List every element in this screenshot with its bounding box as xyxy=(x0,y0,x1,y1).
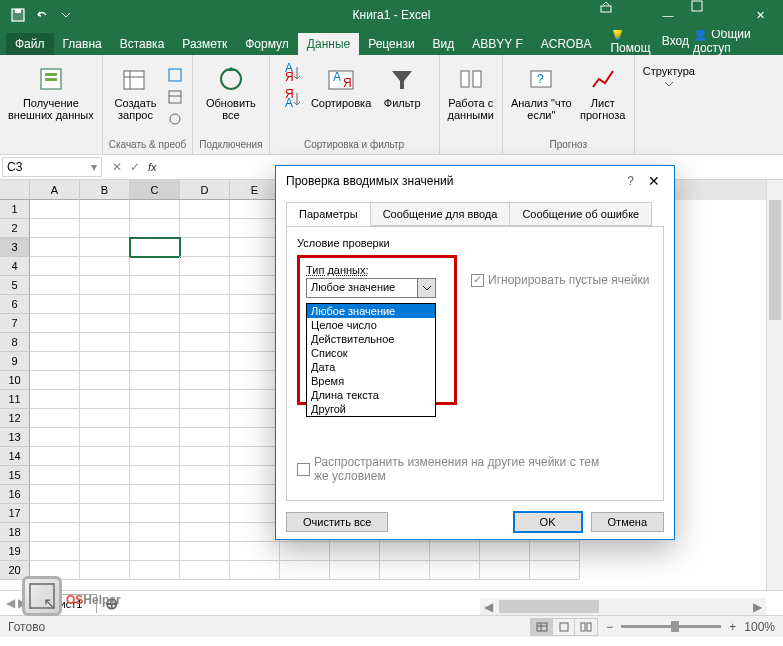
cell[interactable] xyxy=(230,504,280,523)
zoom-level[interactable]: 100% xyxy=(744,620,775,634)
cell[interactable] xyxy=(130,257,180,276)
refresh-all-button[interactable]: Обновить все xyxy=(204,61,258,123)
cell[interactable] xyxy=(80,447,130,466)
minimize-icon[interactable]: — xyxy=(645,0,691,30)
dropdown-item[interactable]: Другой xyxy=(307,402,435,416)
filter-button[interactable]: Фильтр xyxy=(377,61,427,111)
sort-desc-icon[interactable]: ЯА xyxy=(281,87,305,111)
cell[interactable] xyxy=(230,257,280,276)
cell[interactable] xyxy=(80,409,130,428)
cell[interactable] xyxy=(230,200,280,219)
cell[interactable] xyxy=(30,200,80,219)
dialog-close-icon[interactable]: ✕ xyxy=(644,173,664,189)
row-header[interactable]: 1 xyxy=(0,200,30,219)
row-header[interactable]: 18 xyxy=(0,523,30,542)
cell[interactable] xyxy=(130,276,180,295)
cell[interactable] xyxy=(230,352,280,371)
cell[interactable] xyxy=(30,371,80,390)
cell[interactable] xyxy=(130,409,180,428)
save-icon[interactable] xyxy=(6,3,30,27)
tab-file[interactable]: Файл xyxy=(6,33,54,55)
dropdown-item[interactable]: Список xyxy=(307,346,435,360)
cell[interactable] xyxy=(30,257,80,276)
cell[interactable] xyxy=(230,371,280,390)
cell[interactable] xyxy=(180,295,230,314)
cell[interactable] xyxy=(180,542,230,561)
cell[interactable] xyxy=(180,504,230,523)
row-header[interactable]: 14 xyxy=(0,447,30,466)
login-link[interactable]: Вход xyxy=(662,34,689,48)
clear-all-button[interactable]: Очистить все xyxy=(286,512,388,532)
data-tools-button[interactable]: Работа с данными xyxy=(446,61,496,123)
dropdown-item[interactable]: Длина текста xyxy=(307,388,435,402)
cell[interactable] xyxy=(130,428,180,447)
cell[interactable] xyxy=(180,523,230,542)
row-header[interactable]: 12 xyxy=(0,409,30,428)
cell[interactable] xyxy=(130,238,180,257)
cell[interactable] xyxy=(30,276,80,295)
page-break-view-icon[interactable] xyxy=(575,619,597,635)
cancel-button[interactable]: Отмена xyxy=(591,512,664,532)
cell[interactable] xyxy=(180,485,230,504)
cell[interactable] xyxy=(180,276,230,295)
cell[interactable] xyxy=(30,238,80,257)
col-header[interactable]: C xyxy=(130,180,180,200)
cell[interactable] xyxy=(80,485,130,504)
cell[interactable] xyxy=(130,333,180,352)
show-queries-icon[interactable] xyxy=(165,65,185,85)
row-header[interactable]: 19 xyxy=(0,542,30,561)
cell[interactable] xyxy=(280,542,330,561)
tab-acrobat[interactable]: ACROBA xyxy=(532,33,601,55)
cell[interactable] xyxy=(80,428,130,447)
cell[interactable] xyxy=(330,542,380,561)
cell[interactable] xyxy=(130,561,180,580)
normal-view-icon[interactable] xyxy=(531,619,553,635)
qat-customize-icon[interactable] xyxy=(54,3,78,27)
cell[interactable] xyxy=(80,238,130,257)
cell[interactable] xyxy=(230,485,280,504)
cell[interactable] xyxy=(230,295,280,314)
cell[interactable] xyxy=(230,390,280,409)
sort-button[interactable]: АЯ Сортировка xyxy=(309,61,373,111)
cell[interactable] xyxy=(130,466,180,485)
whatif-button[interactable]: ? Анализ "что если" xyxy=(509,61,574,123)
cell[interactable] xyxy=(30,466,80,485)
cell[interactable] xyxy=(80,276,130,295)
tab-review[interactable]: Рецензи xyxy=(359,33,423,55)
enter-formula-icon[interactable]: ✓ xyxy=(130,160,140,174)
cell[interactable] xyxy=(130,523,180,542)
dropdown-item[interactable]: Дата xyxy=(307,360,435,374)
cell[interactable] xyxy=(30,428,80,447)
cell[interactable] xyxy=(230,447,280,466)
sort-asc-icon[interactable]: АЯ xyxy=(281,61,305,85)
cell[interactable] xyxy=(230,542,280,561)
col-header[interactable]: B xyxy=(80,180,130,200)
cancel-formula-icon[interactable]: ✕ xyxy=(112,160,122,174)
cell[interactable] xyxy=(80,314,130,333)
cell[interactable] xyxy=(230,409,280,428)
cell[interactable] xyxy=(430,561,480,580)
cell[interactable] xyxy=(80,466,130,485)
cell[interactable] xyxy=(30,352,80,371)
row-header[interactable]: 8 xyxy=(0,333,30,352)
dialog-tab-error-alert[interactable]: Сообщение об ошибке xyxy=(509,202,652,226)
cell[interactable] xyxy=(180,257,230,276)
close-icon[interactable]: ✕ xyxy=(737,0,783,30)
chevron-down-icon[interactable] xyxy=(417,279,435,297)
cell[interactable] xyxy=(230,314,280,333)
page-layout-view-icon[interactable] xyxy=(553,619,575,635)
cell[interactable] xyxy=(80,371,130,390)
cell[interactable] xyxy=(30,219,80,238)
name-box[interactable]: C3▾ xyxy=(2,157,102,177)
col-header[interactable]: A xyxy=(30,180,80,200)
cell[interactable] xyxy=(130,352,180,371)
row-header[interactable]: 11 xyxy=(0,390,30,409)
cell[interactable] xyxy=(80,542,130,561)
cell[interactable] xyxy=(30,542,80,561)
cell[interactable] xyxy=(180,409,230,428)
cell[interactable] xyxy=(80,295,130,314)
cell[interactable] xyxy=(180,238,230,257)
row-header[interactable]: 4 xyxy=(0,257,30,276)
cell[interactable] xyxy=(30,333,80,352)
get-external-data-button[interactable]: Получение внешних данных xyxy=(6,61,96,123)
